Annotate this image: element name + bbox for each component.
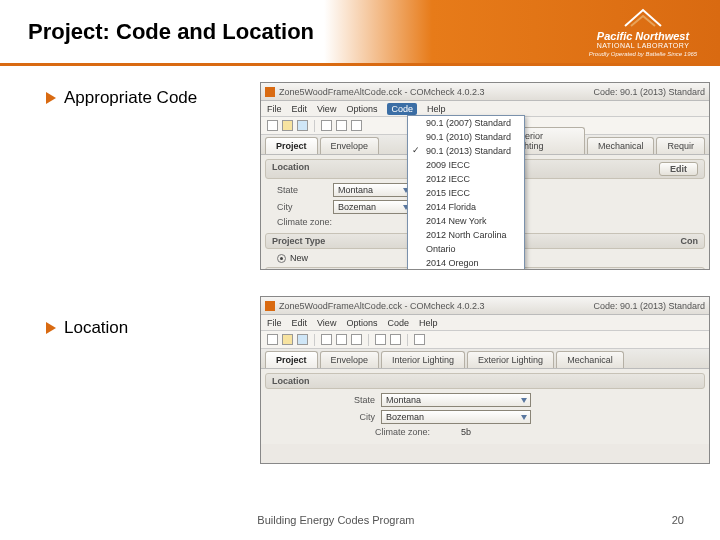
construction-label: Con — [681, 236, 699, 246]
comcheck-screenshot-location: Zone5WoodFrameAltCode.cck - COMcheck 4.0… — [260, 296, 710, 464]
climate-row: Climate zone: 5b — [375, 427, 705, 437]
toolbar-separator — [314, 334, 315, 346]
radio-new[interactable] — [277, 254, 286, 263]
app-icon — [265, 301, 275, 311]
menu-help[interactable]: Help — [419, 318, 438, 328]
city-value: Bozeman — [386, 412, 424, 422]
code-option[interactable]: Ontario — [408, 242, 524, 256]
code-option-selected[interactable]: 90.1 (2013) Standard — [408, 144, 524, 158]
city-select[interactable]: Bozeman — [333, 200, 413, 214]
state-value: Montana — [338, 185, 373, 195]
city-row: City Bozeman — [335, 410, 705, 424]
edit-button[interactable]: Edit — [659, 162, 698, 176]
city-select[interactable]: Bozeman — [381, 410, 531, 424]
tab-row: Project Envelope Interior Lighting Exter… — [261, 349, 709, 369]
code-option[interactable]: 90.1 (2010) Standard — [408, 130, 524, 144]
brand-name: Pacific Northwest — [578, 30, 708, 42]
menu-bar: File Edit View Options Code Help — [261, 315, 709, 331]
code-option[interactable]: 2012 North Carolina — [408, 228, 524, 242]
bullet-location: Location — [46, 318, 128, 344]
cut-icon[interactable] — [321, 120, 332, 131]
brand-tagline: Proudly Operated by Battelle Since 1965 — [578, 51, 708, 57]
window-code-label: Code: 90.1 (2013) Standard — [593, 87, 705, 97]
tab-envelope[interactable]: Envelope — [320, 351, 380, 368]
menu-edit[interactable]: Edit — [292, 104, 308, 114]
project-type-label: Project Type — [272, 236, 325, 246]
logo-mark-icon — [623, 8, 663, 28]
city-label: City — [277, 202, 327, 212]
tab-exterior[interactable]: Exterior Lighting — [467, 351, 554, 368]
window-titlebar: Zone5WoodFrameAltCode.cck - COMcheck 4.0… — [261, 83, 709, 101]
toolbar-separator — [407, 334, 408, 346]
report-icon[interactable] — [414, 334, 425, 345]
code-dropdown: 90.1 (2007) Standard 90.1 (2010) Standar… — [407, 115, 525, 270]
delete-icon[interactable] — [375, 334, 386, 345]
menu-options[interactable]: Options — [346, 318, 377, 328]
code-option[interactable]: 2014 New York — [408, 214, 524, 228]
toolbar-separator — [368, 334, 369, 346]
state-label: State — [277, 185, 327, 195]
brand-lab: NATIONAL LABORATORY — [578, 42, 708, 49]
menu-edit[interactable]: Edit — [292, 318, 308, 328]
code-option[interactable]: 2014 Florida — [408, 200, 524, 214]
menu-file[interactable]: File — [267, 318, 282, 328]
radio-new-label: New — [290, 253, 308, 263]
window-code-label: Code: 90.1 (2013) Standard — [593, 301, 705, 311]
new-file-icon[interactable] — [267, 120, 278, 131]
climate-value: 5b — [461, 427, 471, 437]
window-title: Zone5WoodFrameAltCode.cck - COMcheck 4.0… — [279, 301, 484, 311]
state-value: Montana — [386, 395, 421, 405]
comcheck-screenshot-code: Zone5WoodFrameAltCode.cck - COMcheck 4.0… — [260, 82, 710, 270]
print-icon[interactable] — [390, 334, 401, 345]
code-option[interactable]: 2015 IECC — [408, 186, 524, 200]
tab-envelope[interactable]: Envelope — [320, 137, 380, 154]
toolbar-separator — [314, 120, 315, 132]
city-value: Bozeman — [338, 202, 376, 212]
tab-interior[interactable]: Interior Lighting — [381, 351, 465, 368]
menu-code[interactable]: Code — [387, 103, 417, 115]
toolbar — [261, 331, 709, 349]
menu-file[interactable]: File — [267, 104, 282, 114]
footer-program: Building Energy Codes Program — [0, 514, 672, 526]
project-panel: Location State Montana City Bozeman Clim… — [261, 369, 709, 444]
menu-view[interactable]: View — [317, 318, 336, 328]
city-label: City — [335, 412, 375, 422]
copy-icon[interactable] — [336, 120, 347, 131]
copy-icon[interactable] — [336, 334, 347, 345]
menu-view[interactable]: View — [317, 104, 336, 114]
state-select[interactable]: Montana — [381, 393, 531, 407]
menu-code[interactable]: Code — [387, 318, 409, 328]
slide-footer: Building Energy Codes Program 20 — [0, 514, 720, 526]
state-label: State — [335, 395, 375, 405]
app-icon — [265, 87, 275, 97]
save-file-icon[interactable] — [297, 120, 308, 131]
code-option[interactable]: 90.1 (2007) Standard — [408, 116, 524, 130]
new-file-icon[interactable] — [267, 334, 278, 345]
code-option[interactable]: 2014 Oregon — [408, 256, 524, 270]
paste-icon[interactable] — [351, 120, 362, 131]
window-title: Zone5WoodFrameAltCode.cck - COMcheck 4.0… — [279, 87, 484, 97]
tab-project[interactable]: Project — [265, 137, 318, 154]
menu-options[interactable]: Options — [346, 104, 377, 114]
triangle-bullet-icon — [46, 322, 56, 334]
tab-mechanical[interactable]: Mechanical — [556, 351, 624, 368]
code-option[interactable]: 2012 IECC — [408, 172, 524, 186]
bullet-text: Appropriate Code — [64, 88, 197, 108]
code-option[interactable]: 2009 IECC — [408, 158, 524, 172]
window-titlebar: Zone5WoodFrameAltCode.cck - COMcheck 4.0… — [261, 297, 709, 315]
slide-header: Project: Code and Location Pacific North… — [0, 0, 720, 66]
cut-icon[interactable] — [321, 334, 332, 345]
state-select[interactable]: Montana — [333, 183, 413, 197]
page-number: 20 — [672, 514, 684, 526]
open-file-icon[interactable] — [282, 334, 293, 345]
menu-help[interactable]: Help — [427, 104, 446, 114]
bullet-text: Location — [64, 318, 128, 338]
open-file-icon[interactable] — [282, 120, 293, 131]
slide-title: Project: Code and Location — [28, 19, 314, 45]
tab-requirements[interactable]: Requir — [656, 137, 705, 154]
tab-mechanical[interactable]: Mechanical — [587, 137, 655, 154]
location-label: Location — [272, 376, 310, 386]
tab-project[interactable]: Project — [265, 351, 318, 368]
save-file-icon[interactable] — [297, 334, 308, 345]
paste-icon[interactable] — [351, 334, 362, 345]
